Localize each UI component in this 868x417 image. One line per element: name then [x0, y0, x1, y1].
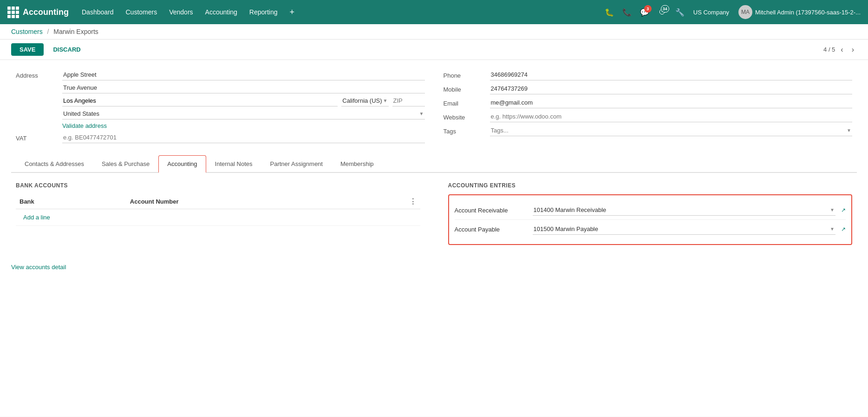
company-selector[interactable]: US Company [690, 9, 733, 16]
nav-reporting[interactable]: Reporting [244, 6, 283, 19]
zip-input[interactable] [392, 95, 425, 106]
tags-input[interactable] [491, 127, 847, 134]
breadcrumb-parent[interactable]: Customers [11, 28, 43, 35]
breadcrumb-sep: / [47, 28, 49, 35]
topnav-actions: 🐛 📞 💬 3 ⏱ 34 🔧 US Company MA Mitchell Ad… [601, 3, 864, 21]
payable-chevron-icon[interactable]: ▼ [830, 226, 835, 232]
nav-vendors[interactable]: Vendors [163, 6, 198, 19]
bank-table: Bank Account Number ⋮ Add a line [16, 194, 420, 226]
tags-chevron-icon: ▼ [847, 128, 851, 133]
state-select[interactable]: California (US) ▼ [341, 95, 388, 106]
view-accounts-link[interactable]: View accounts detail [11, 264, 66, 271]
chat-badge: 3 [644, 5, 652, 13]
payable-entry-row: Account Payable 101500 Marwin Payable ▼ … [455, 220, 846, 238]
nav-customers[interactable]: Customers [120, 6, 163, 19]
vat-label: VAT [16, 132, 62, 142]
tags-field-row: Tags ▼ [444, 125, 853, 136]
tab-membership[interactable]: Membership [332, 155, 383, 173]
tab-contacts[interactable]: Contacts & Addresses [16, 155, 93, 173]
country-value: United States [63, 110, 99, 117]
tab-accounting[interactable]: Accounting [158, 155, 206, 173]
website-input[interactable] [490, 111, 853, 122]
bank-add-row: Add a line [16, 209, 420, 226]
nav-accounting[interactable]: Accounting [200, 6, 243, 19]
user-name: Mitchell Admin (17397560-saas-15-2-... [755, 9, 861, 16]
topnav: Accounting Dashboard Customers Vendors A… [0, 0, 868, 24]
receivable-entry-row: Account Receivable 101400 Marwin Receiva… [455, 201, 846, 220]
activity-icon[interactable]: ⏱ 34 [654, 4, 670, 20]
right-col: Phone Mobile Email Website [444, 69, 853, 146]
receivable-value: 101400 Marwin Receivable [534, 206, 829, 213]
settings-icon[interactable]: 🔧 [672, 4, 688, 20]
phone-value [490, 69, 853, 80]
chat-icon[interactable]: 💬 3 [637, 4, 653, 20]
receivable-label: Account Receivable [455, 207, 529, 214]
tab-notes[interactable]: Internal Notes [206, 155, 261, 173]
add-line-link[interactable]: Add a line [20, 212, 54, 223]
save-button[interactable]: SAVE [11, 43, 44, 56]
country-select[interactable]: United States ▼ [62, 108, 425, 119]
phone-icon[interactable]: 📞 [619, 4, 635, 20]
receivable-external-link-icon[interactable]: ↗ [841, 207, 846, 213]
website-field-row: Website [444, 111, 853, 122]
activity-badge: 34 [661, 5, 669, 13]
bank-accounts-title: Bank Accounts [16, 182, 420, 189]
payable-label: Account Payable [455, 226, 529, 233]
website-label: Website [444, 111, 490, 121]
accounting-tab-content: Bank Accounts Bank Account Number ⋮ Add … [11, 173, 857, 254]
bank-table-options-icon[interactable]: ⋮ [409, 198, 417, 205]
address-line1-input[interactable] [62, 69, 425, 80]
address-line2-input[interactable] [62, 82, 425, 93]
main-content: Address California (US) ▼ [0, 60, 868, 417]
breadcrumb-current: Marwin Exports [53, 28, 98, 35]
account-col-header: Account Number [126, 194, 405, 209]
mobile-label: Mobile [444, 83, 490, 93]
email-field-row: Email [444, 97, 853, 108]
action-bar: SAVE DISCARD 4 / 5 ‹ › [0, 40, 868, 60]
pagination-label: 4 / 5 [823, 46, 835, 53]
payable-field: 101500 Marwin Payable ▼ [533, 224, 836, 235]
state-chevron-icon: ▼ [383, 98, 388, 103]
prev-button[interactable]: ‹ [838, 45, 846, 55]
tab-partner[interactable]: Partner Assignment [261, 155, 332, 173]
phone-input[interactable] [490, 69, 853, 80]
email-input[interactable] [490, 97, 853, 108]
payable-value: 101500 Marwin Payable [534, 225, 829, 232]
grid-icon [7, 7, 19, 18]
address-value: California (US) ▼ United States ▼ Valida… [62, 69, 425, 129]
form-section: Address California (US) ▼ [11, 69, 857, 146]
accounting-entries-box: Account Receivable 101400 Marwin Receiva… [448, 194, 853, 245]
nav-dashboard[interactable]: Dashboard [76, 6, 119, 19]
website-value [490, 111, 853, 122]
receivable-chevron-icon[interactable]: ▼ [830, 207, 835, 212]
app-title: Accounting [23, 7, 69, 17]
tags-value: ▼ [490, 125, 853, 136]
tab-sales[interactable]: Sales & Purchase [93, 155, 158, 173]
accounting-entries-section: Accounting Entries Account Receivable 10… [448, 182, 853, 245]
app-logo[interactable]: Accounting [4, 7, 72, 18]
city-input[interactable] [62, 95, 338, 106]
bank-accounts-section: Bank Accounts Bank Account Number ⋮ Add … [16, 182, 420, 245]
bank-col-header: Bank [16, 194, 126, 209]
phone-field-row: Phone [444, 69, 853, 80]
email-label: Email [444, 97, 490, 107]
breadcrumb: Customers / Marwin Exports [0, 24, 868, 40]
payable-external-link-icon[interactable]: ↗ [841, 226, 846, 232]
discard-button[interactable]: DISCARD [47, 43, 86, 56]
pagination: 4 / 5 ‹ › [823, 45, 857, 55]
email-value [490, 97, 853, 108]
address-label: Address [16, 69, 62, 79]
nav-add[interactable]: + [284, 5, 300, 20]
country-chevron-icon: ▼ [419, 111, 424, 116]
receivable-field: 101400 Marwin Receivable ▼ [533, 205, 836, 216]
left-col: Address California (US) ▼ [16, 69, 425, 146]
next-button[interactable]: › [849, 45, 857, 55]
bug-icon[interactable]: 🐛 [601, 4, 617, 20]
validate-address-link[interactable]: Validate address [62, 122, 107, 129]
phone-label: Phone [444, 69, 490, 79]
user-menu[interactable]: MA Mitchell Admin (17397560-saas-15-2-..… [735, 3, 864, 21]
mobile-field-row: Mobile [444, 83, 853, 94]
vat-input[interactable] [62, 132, 425, 143]
mobile-input[interactable] [490, 83, 853, 94]
avatar: MA [738, 5, 752, 19]
